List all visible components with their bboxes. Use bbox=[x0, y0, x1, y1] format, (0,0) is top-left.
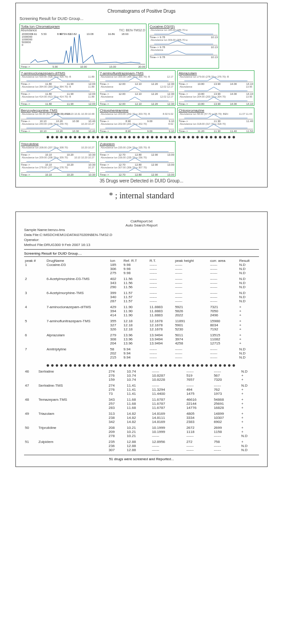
table-row: 340 11.57 ------ ------ ------ N.D bbox=[24, 295, 259, 299]
col-drugname: DrugName bbox=[46, 259, 109, 263]
tic-ylab: Abundance bbox=[21, 29, 37, 32]
peak-label: 16.86 bbox=[108, 33, 115, 35]
time-label: Time--> bbox=[21, 65, 30, 68]
rpt-filename: CskReport.txt bbox=[24, 219, 259, 223]
compound-panel: Chlorpromazine Abundance Ion 58.00 (57.7… bbox=[177, 108, 254, 133]
table-row: 3 6-Acetylmorphine-TMS 399 11.57 ------ … bbox=[24, 291, 259, 295]
xtick: 5.00 bbox=[53, 65, 58, 68]
rpt-type: Auto Search Report bbox=[24, 223, 259, 227]
compound-trace: Abundance Ion 58.00 (57.70 to 58.70): BE… bbox=[179, 113, 253, 119]
tic-trace-label: TIC: BEN-TMS2.D bbox=[119, 29, 145, 32]
tic-title: Totla Ion Chromatogram bbox=[20, 24, 146, 29]
table-row: 287 11.57 ------ ------ ------ N.D bbox=[24, 299, 259, 303]
table-row: 276 10.74 10.8287 519 567 + bbox=[24, 374, 259, 378]
table-row: 2 6-Acetylmorphine-D3-TMS 402 11.56 ----… bbox=[24, 277, 259, 281]
compound-panel: Triprolidine Abundance Ion 208.00 (207.7… bbox=[20, 141, 97, 177]
table-row: 48 Temazepam-TMS 343 11.68 11.6787 46616… bbox=[24, 398, 259, 402]
meta-line: Method File:DRUG300 9 Feb 2007 16:13 bbox=[24, 242, 259, 247]
ellipsis-divider: ••••••••••••••••••••••••••••••••••••••••… bbox=[24, 363, 259, 368]
col-ion: Ion bbox=[109, 259, 123, 263]
table-row: 215 9.94 ------ ------ ------ N.D bbox=[24, 355, 259, 359]
compound-title: Chlorpheniramine bbox=[99, 108, 175, 113]
compound-trace: Abundance 12.02 12.17 bbox=[100, 86, 174, 92]
compound-panel: Alprazolam Abundance Ion 279.00 (278.70 … bbox=[177, 70, 254, 106]
peak-label: 5.53 bbox=[41, 33, 47, 35]
compound-title: Benzoylecgonine-TMS bbox=[20, 108, 96, 113]
compound-trace: Abundance Ion 202.00 (201.70 to 202.70) … bbox=[100, 123, 174, 129]
col-height: peak height bbox=[174, 259, 209, 263]
compound-title: 7-aminoflunitrazepam-TMS bbox=[99, 71, 175, 75]
compound-trace: Abundance Ion 307.00 (306.70 to 307.70) bbox=[100, 167, 174, 173]
compound-title: 7-aminoclonazepam-diTMS bbox=[20, 71, 96, 75]
compound-trace: Abundance Ion 240.00 (239.70 to 240.70) … bbox=[21, 123, 95, 129]
page-title: Chromatograms of Positive Drugs bbox=[20, 9, 263, 14]
table-row: 342 14.82 14.8169 2383 6902 + bbox=[24, 420, 259, 424]
compound-trace: Abundance Ion 394.00 (393.70 to 394.70):… bbox=[21, 86, 95, 92]
col-area: corr. area bbox=[209, 259, 238, 263]
compound-trace: Abundance Ion 204.00 (203.70 to 204.70) … bbox=[179, 96, 253, 102]
compound-panel: Zolpidem Abundance Ion 235.00 (234.70 to… bbox=[98, 141, 176, 177]
compound-title: Alprazolam bbox=[178, 71, 254, 75]
col-refrt: Ref. R.T bbox=[122, 259, 149, 263]
table-row: 327 12.18 12.1678 5901 8034 + bbox=[24, 323, 259, 327]
table-row: 394 11.90 11.8883 5826 7050 + bbox=[24, 309, 259, 313]
compound-trace: Abundance Ion 278.00 (277.70 to 278.70) … bbox=[21, 167, 95, 173]
tic-panel: Totla Ion Chromatogram Abundance TIC: BE… bbox=[20, 24, 146, 69]
table-row: 276 11.41 11.3294 494 762 + bbox=[24, 388, 259, 392]
chromatogram-report: Chromatograms of Positive Drugs Screenin… bbox=[15, 3, 268, 187]
table-row: 326 12.18 12.1678 5230 7192 + bbox=[24, 327, 259, 331]
rpt-screen: Screening Result for DUID Group.... bbox=[24, 251, 259, 256]
meta-line: Sample Name:benzo-tms bbox=[24, 227, 259, 232]
ellipsis-divider: ••••••••••••••••••••••••••••••••••••••••… bbox=[20, 135, 263, 139]
compound-trace: Abundance Ion 355.00 (354.70 to 355.70):… bbox=[100, 76, 174, 82]
table-row: 278 10.21 ------ ------ ------ N.D bbox=[24, 434, 259, 438]
tic-trace: 2000000 1500000 1000000 500000 0 10.82 9… bbox=[21, 33, 145, 64]
table-row: 238 14.82 14.8111 3334 10307 + bbox=[24, 416, 259, 420]
peak-label: 10.82 bbox=[70, 33, 77, 35]
compound-trace: Abundance Ion 429.00 (428.70 to 429.70):… bbox=[21, 76, 95, 82]
table-row: 6 Alprazolam 279 13.96 13.9494 5011 1351… bbox=[24, 333, 259, 337]
meta-line: Operator: bbox=[24, 237, 259, 242]
chrom-footer: 35 Drugs were Detected in DUID Group... bbox=[20, 178, 263, 183]
compound-panel: 7-aminoflunitrazepam-TMS Abundance Ion 3… bbox=[98, 70, 176, 106]
table-row: 343 11.56 ------ ------ ------ N.D bbox=[24, 281, 259, 285]
table-row: 306 9.98 ------ ------ ------ N.D bbox=[24, 267, 259, 271]
table-row: 414 11.90 11.8883 2022 2496 + bbox=[24, 313, 259, 317]
table-row: 1 Cocaine-D3 185 9.98 ------ ------ ----… bbox=[24, 263, 259, 267]
table-row: 51 Zolpidem 235 12.88 12.8956 272 758 + bbox=[24, 440, 259, 444]
table-row: 73 11.41 11.4400 1475 1973 + bbox=[24, 392, 259, 396]
results-table-bottom: 46 Sertraline 274 10.74 ------ ------ --… bbox=[24, 369, 259, 454]
peak-label: 9.82 bbox=[65, 33, 71, 35]
compound-title: Chlorpromazine bbox=[178, 108, 254, 113]
compound-trace: Abundance Ion 208.00 (207.70 to 208.70) … bbox=[21, 147, 95, 153]
table-row: 49 Triazolam 313 14.82 14.8169 4805 1489… bbox=[24, 412, 259, 416]
is-trace: Abundance bbox=[150, 49, 218, 55]
compound-trace: Abundance Ion 414.00 (413.70 to 414.70):… bbox=[21, 96, 95, 102]
xtick: 20.00 bbox=[138, 65, 145, 68]
xtick: 10.00 bbox=[80, 65, 87, 68]
compound-trace: Abundance Ion 203.00 (202.70 to 203.70):… bbox=[100, 113, 174, 119]
compound-title: Zolpidem bbox=[99, 142, 175, 146]
xtick: 15.00 bbox=[109, 65, 116, 68]
rpt-footer: 51 drugs were screened and Reported... bbox=[24, 457, 259, 461]
table-row: 4 7-aminoclonazepam-diTMS 429 11.90 11.8… bbox=[24, 305, 259, 309]
compound-trace: Abundance Ion 279.00 (278.70 to 279.70):… bbox=[179, 76, 253, 82]
screening-subtitle: Screening Result for DUID Group... bbox=[20, 16, 263, 21]
compound-trace: Abundance Ion 318.00 (317.70 to 318.70) bbox=[179, 123, 253, 129]
compound-panel: 7-aminoclonazepam-diTMS Abundance Ion 42… bbox=[20, 70, 97, 106]
col-result: Result bbox=[239, 259, 259, 263]
compound-trace: Abundance 13.95 bbox=[179, 86, 253, 92]
meta-line: Data File:C:\MSDCHEM\1\DATA\070209\BEN-T… bbox=[24, 232, 259, 237]
peak-label: 8.93 bbox=[57, 33, 63, 35]
table-row: 290 11.56 ------ ------ ------ N.D bbox=[24, 285, 259, 289]
peak-label: 3.61 bbox=[32, 33, 37, 35]
compound-trace: Abundance Ion 82.00 (81.70 to 82.70): BE… bbox=[21, 113, 95, 119]
compound-title: Triprolidine bbox=[20, 142, 96, 146]
table-row: 46 Sertraline 274 10.74 ------ ------ --… bbox=[24, 369, 259, 374]
is-trace: Abundance Ion 306.00 (305.70 to bbox=[150, 39, 218, 45]
table-row: 209 10.21 10.1999 1118 1158 + bbox=[24, 430, 259, 434]
text-report: CskReport.txt Auto Search Report Sample … bbox=[15, 211, 268, 467]
table-row: 159 10.74 10.8228 7657 7320 + bbox=[24, 378, 259, 382]
table-row: 308 13.96 13.9494 3974 11082 + bbox=[24, 337, 259, 341]
peak-label: 13.08 bbox=[87, 33, 93, 35]
